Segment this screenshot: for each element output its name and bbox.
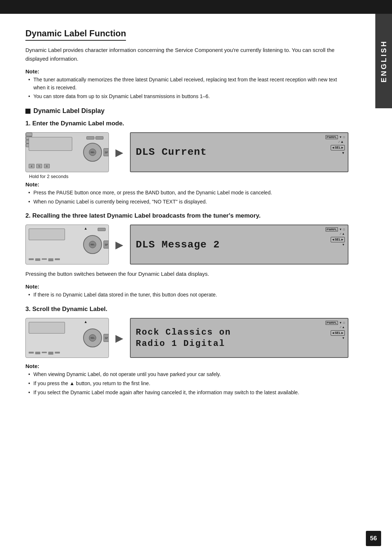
device3-sfeg: SF [103,334,109,342]
step2-box-icon: □ [343,228,345,231]
step3-pwrfl-row: PWRFL ▼ □ [326,321,345,325]
freq1 [29,258,34,260]
step1-note-item-1: Press the PAUSE button once more, or pre… [28,189,348,197]
vol-icon: ▼ [339,136,342,139]
freq4 [48,258,53,261]
device3-sel: SEL [89,334,96,342]
device3-freq-lines [29,352,60,355]
left-arrow-icon: ◀ [332,146,334,150]
sel-text: SEL [335,146,340,150]
step3-box-icon: □ [343,321,345,324]
section-title: Dynamic Label Function [25,28,126,41]
sub-heading-label: Dynamic Label Display [33,107,105,115]
step1-note-item-2: When no Dynamic Label is currently being… [28,198,348,206]
up-indicator-3: ▲ [84,320,87,324]
sfeg-btn: SF [103,148,109,156]
step3-up-arrow: ▲ [342,326,345,329]
top-bar [0,0,392,14]
note-block-step3: Note: When viewing Dynamic Label, do not… [25,363,348,396]
note1-item-1: The tuner automatically memorizes the th… [28,76,348,92]
step3-display-line2: Radio 1 Digital [136,338,225,349]
step1-demo-row: SEL SF 4 5 6 ▶ DLS Current PWRFL [25,132,348,172]
device2-freq-lines [29,258,60,261]
step3-display-icons: PWRFL ▼ □ ∕ ▲ ◀ SEL ▶ ▼ [326,321,345,340]
sel-btn-display: ◀ SEL ▶ [331,145,345,150]
step2-sel-text: SEL [335,238,340,242]
diag-icon: ∕ [339,140,339,144]
freq2 [35,258,40,261]
black-square-icon [25,109,30,114]
device2-nav-circle: SEL [83,235,102,254]
step2-arrow-row: ∕ ▲ [340,232,345,235]
step3-display-line1: Rock Classics on [136,327,231,338]
dev-btn-1 [26,133,32,136]
device3-screen [29,322,65,334]
device2-top-btns [98,228,106,231]
step2-diag-icon: ∕ [340,232,341,235]
nav-center-btn: SEL [89,149,96,156]
step3-note-list: When viewing Dynamic Label, do not opera… [25,371,348,396]
step2-pwrfl-badge: PWRFL [326,227,338,231]
device3-nav-circle: SEL [83,328,102,347]
step2-down-row: ▼ [342,243,345,246]
box-icon: □ [343,136,345,139]
up-indicator: ▲ [84,226,87,230]
step3-sel-btn: ◀ SEL ▶ [331,330,345,336]
arrow-right-2: ▶ [115,239,123,251]
arrow-right-1: ▶ [115,146,123,158]
dev-top-btn-2 [95,136,103,140]
step1-note-label: Note: [25,181,348,187]
step2-note-label: Note: [25,283,348,290]
arrow-row: ∕ ▲ [339,140,345,144]
num-btn-5: 5 [36,164,42,168]
step2-down-arrow: ▼ [342,243,345,246]
step2-display-text: DLS Message 2 [136,239,220,251]
dev-screen [29,137,72,151]
step3-note-label: Note: [25,363,348,369]
step2-note-item-1: If there is no Dynamic Label data stored… [28,291,348,299]
right-arrow-icon: ▶ [342,146,343,150]
device2-nav: SEL SF [83,235,102,254]
step2-right-arrow: ▶ [342,238,343,242]
english-side-tab: ENGLISH [375,14,392,108]
side-tab-label: ENGLISH [380,40,388,82]
device3-nav: SEL SF [83,328,102,347]
down-arrow: ▼ [342,151,345,155]
freq3-1 [29,352,34,354]
step3-left-arrow: ◀ [332,331,334,335]
step3-radio-display: Rock Classics on Radio 1 Digital PWRFL ▼… [130,318,348,358]
up-arrow: ▲ [340,140,344,144]
freq3-4 [48,352,53,355]
freq3 [42,258,47,260]
note1-label: Note: [25,68,348,74]
step1-heading: 1. Enter the Dynamic Label mode. [25,120,348,127]
note1-item-2: You can store data from up to six Dynami… [28,93,348,101]
main-content: Dynamic Label Function Dynamic Label pro… [0,14,392,417]
step2-vol-icon: ▼ [339,228,342,231]
note-block-step2: Note: If there is no Dynamic Label data … [25,283,348,299]
dev-top-btns [86,136,103,140]
step2-pwrfl-row: PWRFL ▼ □ [326,227,345,231]
step2-heading: 2. Recalling the three latest Dynamic La… [25,212,348,219]
note-block-1: Note: The tuner automatically memorizes … [25,68,348,101]
pwrfl-badge: PWRFL [326,135,338,139]
dev-top-btn-1 [86,136,94,140]
arrow-right-3: ▶ [115,332,123,344]
freq3-2 [35,352,40,354]
num-btns: 4 5 6 [29,164,50,168]
step2-body-text: Pressing the button switches between the… [25,270,348,278]
num-btn-6: 6 [44,164,50,168]
down-row: ▼ [342,151,345,155]
nav-arrows-step1: SEL SF [83,143,102,162]
device2-sfeg: SF [103,241,109,249]
step1-radio-display: DLS Current PWRFL ▼ □ ∕ ▲ ◀ SEL [130,132,348,172]
device2-sel: SEL [89,241,96,248]
step3-down-row: ▼ [342,336,345,340]
step3-heading: 3. Scroll the Dynamic Label. [25,306,348,313]
page-number: 56 [366,531,381,546]
step2-left-arrow: ◀ [332,238,334,242]
step3-vol-icon: ▼ [339,321,342,324]
freq3-5 [55,352,60,354]
device2-screen [29,229,65,240]
step1-caption: Hold for 2 seconds [25,174,348,179]
